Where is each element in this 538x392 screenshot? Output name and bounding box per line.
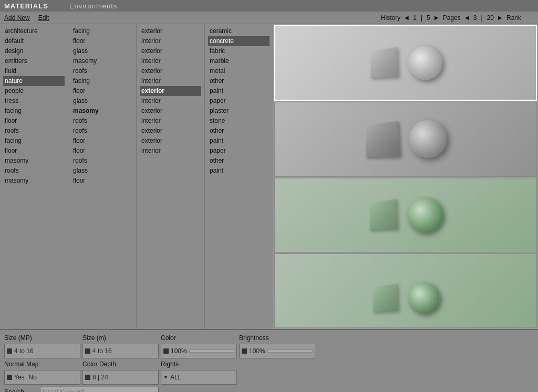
list-item[interactable]: paper bbox=[208, 146, 270, 156]
list-item[interactable]: masomy bbox=[71, 56, 133, 66]
color-slider[interactable] bbox=[189, 349, 234, 353]
size-m-value: 4 to 16 bbox=[92, 347, 112, 355]
list-item[interactable]: paint bbox=[208, 166, 270, 176]
list-item[interactable]: interior bbox=[140, 76, 201, 86]
color-control[interactable]: 100% bbox=[161, 344, 237, 358]
list-item[interactable]: floor bbox=[71, 86, 133, 96]
preview-cube-4 bbox=[373, 283, 398, 312]
list-item[interactable]: roofs bbox=[3, 126, 65, 136]
list-item[interactable]: stone bbox=[208, 116, 270, 126]
history-next-arrow[interactable]: ▶ bbox=[434, 15, 439, 20]
color-depth-control[interactable]: 8 | 24 bbox=[82, 370, 159, 385]
list-item[interactable]: masomy bbox=[71, 106, 133, 116]
list-item[interactable]: floor bbox=[71, 146, 133, 156]
list-item[interactable]: facing bbox=[3, 136, 65, 146]
list-item[interactable]: paper bbox=[208, 96, 270, 106]
list-item[interactable]: floor bbox=[71, 136, 133, 146]
list-item[interactable]: floor bbox=[71, 176, 133, 186]
list-item[interactable]: roofs bbox=[3, 166, 65, 176]
list-item[interactable]: masomy bbox=[3, 176, 65, 186]
list-item[interactable]: marble bbox=[208, 56, 270, 66]
list-item[interactable]: roofs bbox=[71, 116, 133, 126]
rights-control[interactable]: ▼ ALL bbox=[161, 370, 237, 385]
preview-item-1[interactable] bbox=[274, 25, 537, 101]
list-item[interactable]: other bbox=[208, 156, 270, 166]
list-item[interactable]: concrete bbox=[208, 36, 270, 46]
edit-button[interactable]: Edit bbox=[38, 14, 49, 22]
category-column-1: architecturedefaultdesignemittersfluidna… bbox=[0, 24, 68, 329]
normal-map-no[interactable]: No bbox=[29, 374, 37, 381]
normal-map-label: Normal Map bbox=[4, 359, 80, 369]
normal-map-yes[interactable]: Yes bbox=[14, 374, 25, 381]
list-item[interactable]: exterior bbox=[140, 106, 201, 116]
list-item[interactable]: exterior bbox=[140, 26, 201, 36]
list-item[interactable]: emitters bbox=[3, 56, 65, 66]
list-item[interactable]: interior bbox=[140, 56, 201, 66]
refresh-icon[interactable] bbox=[525, 14, 534, 22]
list-item[interactable]: glass bbox=[71, 166, 133, 176]
list-item[interactable]: nature bbox=[3, 76, 65, 86]
preview-sphere-2 bbox=[409, 120, 447, 158]
list-item[interactable]: floor bbox=[3, 116, 65, 126]
rights-label: Rights bbox=[161, 359, 237, 369]
preview-sphere-3 bbox=[408, 197, 443, 233]
list-item[interactable]: fluid bbox=[3, 66, 65, 76]
list-item[interactable]: architecture bbox=[3, 26, 65, 36]
preview-item-2[interactable] bbox=[274, 102, 537, 176]
toolbar-left: Add New Edit bbox=[4, 14, 381, 22]
list-item[interactable]: design bbox=[3, 46, 65, 56]
size-m-control[interactable]: 4 to 16 bbox=[82, 344, 159, 358]
list-item[interactable]: plaster bbox=[208, 106, 270, 116]
list-item[interactable]: exterior bbox=[140, 126, 201, 136]
history-prev-arrow[interactable]: ◀ bbox=[405, 15, 409, 20]
list-item[interactable]: other bbox=[208, 126, 270, 136]
list-item[interactable]: exterior bbox=[140, 136, 201, 146]
list-item[interactable]: exterior bbox=[140, 66, 201, 76]
list-item[interactable]: fabric bbox=[208, 46, 270, 56]
list-item[interactable]: floor bbox=[3, 146, 65, 156]
pages-total: 20 bbox=[487, 14, 494, 22]
list-item[interactable]: ceramic bbox=[208, 26, 270, 36]
list-item[interactable]: exterior bbox=[140, 86, 201, 96]
toolbar: Add New Edit History ◀ 1 | 5 ▶ Pages ◀ 3… bbox=[0, 12, 538, 24]
list-item[interactable]: roofs bbox=[71, 156, 133, 166]
category-column-2: facingfloorglassmasomyroofsfacingfloorgl… bbox=[68, 24, 137, 329]
add-new-button[interactable]: Add New bbox=[4, 14, 30, 22]
brightness-control[interactable]: 100% bbox=[239, 344, 315, 358]
list-item[interactable]: paint bbox=[208, 86, 270, 96]
list-item[interactable]: masomy bbox=[3, 156, 65, 166]
list-item[interactable]: interior bbox=[140, 96, 201, 106]
list-item[interactable]: interior bbox=[140, 146, 201, 156]
list-item[interactable]: default bbox=[3, 36, 65, 46]
color-depth-checkbox-icon bbox=[85, 375, 90, 380]
list-item[interactable]: interior bbox=[140, 36, 201, 46]
list-item[interactable]: exterior bbox=[140, 46, 201, 56]
list-item[interactable]: facing bbox=[71, 26, 133, 36]
list-item[interactable]: people bbox=[3, 86, 65, 96]
list-item[interactable]: roofs bbox=[71, 66, 133, 76]
list-item[interactable]: interior bbox=[140, 116, 201, 126]
list-item[interactable]: metal bbox=[208, 66, 270, 76]
color-label: Color bbox=[161, 333, 237, 343]
search-input[interactable] bbox=[40, 387, 159, 392]
list-item[interactable]: glass bbox=[71, 46, 133, 56]
brightness-slider[interactable] bbox=[267, 349, 313, 353]
list-item[interactable]: facing bbox=[71, 76, 133, 86]
list-item[interactable]: facing bbox=[3, 106, 65, 116]
pages-next-arrow[interactable]: ▶ bbox=[498, 15, 502, 20]
size-mp-checkbox-icon bbox=[7, 348, 12, 354]
list-item[interactable]: other bbox=[208, 76, 270, 86]
list-item[interactable]: glass bbox=[71, 96, 133, 106]
list-item[interactable]: tress bbox=[3, 96, 65, 106]
size-mp-control[interactable]: 4 to 16 bbox=[4, 344, 80, 358]
list-item[interactable]: floor bbox=[71, 36, 133, 46]
preview-item-4[interactable] bbox=[274, 253, 537, 328]
main-content: architecturedefaultdesignemittersfluidna… bbox=[0, 24, 538, 329]
normal-map-control[interactable]: Yes No bbox=[4, 370, 80, 385]
pages-prev-arrow[interactable]: ◀ bbox=[465, 15, 469, 20]
history-current: 1 bbox=[413, 14, 417, 22]
list-item[interactable]: roofs bbox=[71, 126, 133, 136]
list-item[interactable]: paint bbox=[208, 136, 270, 146]
preview-item-3[interactable] bbox=[274, 178, 537, 252]
search-label: Search bbox=[4, 388, 36, 392]
